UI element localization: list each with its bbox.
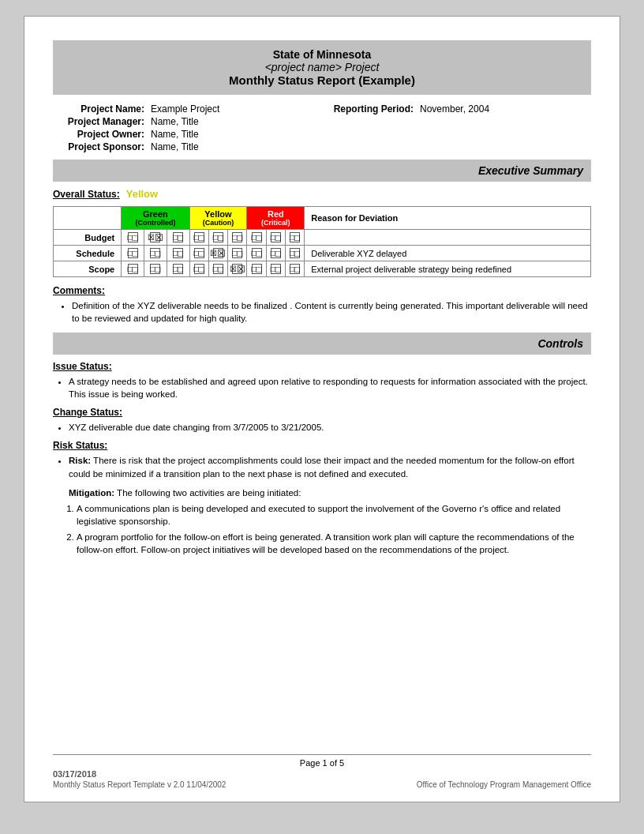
checkbox[interactable]: □ <box>194 248 204 258</box>
header-title1: State of Minnesota <box>59 48 585 61</box>
header-title3: Monthly Status Report (Example) <box>59 73 585 87</box>
overall-status: Overall Status: Yellow <box>53 188 591 200</box>
overall-status-label: Overall Status: <box>53 189 120 200</box>
reason-header: Reason for Deviation <box>305 207 591 230</box>
yellow-checkbox-cell: □ <box>228 230 247 246</box>
checkbox[interactable]: □ <box>213 232 223 242</box>
yellow-checkbox-cell: □ <box>189 261 208 277</box>
checkbox[interactable]: □ <box>173 264 183 274</box>
status-row-label: Scope <box>54 261 122 277</box>
red-checkbox-cell: □ <box>285 246 304 261</box>
checkbox[interactable]: □ <box>232 248 242 258</box>
project-name-label: Project Name: <box>53 103 148 115</box>
reporting-period-label: Reporting Period: <box>322 103 417 115</box>
checkbox[interactable]: □ <box>290 264 300 274</box>
checkbox[interactable]: ☒ <box>232 264 242 274</box>
overall-status-value: Yellow <box>126 188 158 200</box>
footer-date: 03/17/2018 <box>53 769 226 779</box>
checkbox[interactable]: □ <box>150 248 160 258</box>
change-item: XYZ deliverable due date changing from 3… <box>69 421 591 434</box>
green-checkbox-cell: □ <box>144 261 167 277</box>
checkbox[interactable]: □ <box>128 264 138 274</box>
yellow-checkbox-cell: □ <box>208 230 227 246</box>
yellow-checkbox-cell: □ <box>189 246 208 261</box>
red-checkbox-cell: □ <box>247 230 266 246</box>
red-checkbox-cell: □ <box>285 230 304 246</box>
issue-status-label: Issue Status: <box>53 361 591 372</box>
project-owner-label: Project Owner: <box>53 128 148 141</box>
yellow-checkbox-cell: ☒ <box>208 246 227 261</box>
issue-item: A strategy needs to be established and a… <box>69 375 591 400</box>
change-list: XYZ deliverable due date changing from 3… <box>53 421 591 434</box>
project-owner-value: Name, Title <box>148 128 322 141</box>
project-info: Project Name: Example Project Reporting … <box>53 103 591 153</box>
yellow-header: Yellow (Caution) <box>189 207 247 230</box>
red-checkbox-cell: □ <box>247 261 266 277</box>
green-checkbox-cell: □ <box>122 230 144 246</box>
checkbox[interactable]: □ <box>252 232 262 242</box>
mitigation-list: A communications plan is being developed… <box>53 502 591 556</box>
reason-cell: Deliverable XYZ delayed <box>305 246 591 261</box>
mitigation-description: The following two activities are being i… <box>114 488 301 498</box>
green-checkbox-cell: □ <box>122 246 144 261</box>
footer-left: 03/17/2018 Monthly Status Report Templat… <box>53 769 226 789</box>
risk-item: Risk: There is risk that the project acc… <box>69 454 591 479</box>
checkbox[interactable]: □ <box>128 232 138 242</box>
controls-header: Controls <box>53 332 591 355</box>
footer-template: Monthly Status Report Template v 2.0 11/… <box>53 780 226 789</box>
checkbox[interactable]: □ <box>194 232 204 242</box>
green-checkbox-cell: □ <box>167 261 189 277</box>
status-row-label: Schedule <box>54 246 122 261</box>
reason-cell: External project deliverable strategy be… <box>305 261 591 277</box>
checkbox[interactable]: □ <box>232 232 242 242</box>
footer-office: Office of Technology Program Management … <box>417 780 591 789</box>
red-checkbox-cell: □ <box>285 261 304 277</box>
comments-label: Comments: <box>53 285 591 296</box>
header-title2: <project name> Project <box>59 61 585 73</box>
yellow-checkbox-cell: □ <box>189 230 208 246</box>
red-checkbox-cell: □ <box>247 246 266 261</box>
page: State of Minnesota <project name> Projec… <box>24 16 620 802</box>
risk-status-label: Risk Status: <box>53 440 591 451</box>
mitigation-item: A program portfolio for the follow-on ef… <box>77 531 591 556</box>
checkbox[interactable]: □ <box>194 264 204 274</box>
header-section: State of Minnesota <project name> Projec… <box>53 40 591 95</box>
yellow-checkbox-cell: □ <box>228 246 247 261</box>
yellow-checkbox-cell: □ <box>208 261 227 277</box>
red-checkbox-cell: □ <box>266 261 285 277</box>
checkbox[interactable]: □ <box>252 264 262 274</box>
project-manager-label: Project Manager: <box>53 115 148 128</box>
comments-list: Definition of the XYZ deliverable needs … <box>53 299 591 325</box>
green-checkbox-cell: □ <box>167 246 189 261</box>
checkbox[interactable]: □ <box>290 248 300 258</box>
checkbox[interactable]: □ <box>271 232 281 242</box>
checkbox[interactable]: □ <box>213 264 223 274</box>
checkbox[interactable]: □ <box>252 248 262 258</box>
project-sponsor-label: Project Sponsor: <box>53 141 148 153</box>
issue-list: A strategy needs to be established and a… <box>53 375 591 400</box>
green-header: Green (Controlled) <box>122 207 189 230</box>
checkbox[interactable]: □ <box>290 232 300 242</box>
checkbox[interactable]: □ <box>271 264 281 274</box>
status-row-label: Budget <box>54 230 122 246</box>
green-checkbox-cell: □ <box>122 261 144 277</box>
comment-item: Definition of the XYZ deliverable needs … <box>72 299 591 325</box>
project-sponsor-value: Name, Title <box>148 141 322 153</box>
green-checkbox-cell: □ <box>144 246 167 261</box>
checkbox[interactable]: ☒ <box>213 248 223 258</box>
red-header: Red (Critical) <box>247 207 305 230</box>
executive-summary-header: Executive Summary <box>53 160 591 182</box>
risk-bold-prefix: Risk: <box>69 456 91 465</box>
checkbox[interactable]: □ <box>271 248 281 258</box>
mitigation-text: Mitigation: The following two activities… <box>53 486 591 499</box>
checkbox[interactable]: □ <box>173 248 183 258</box>
checkbox[interactable]: □ <box>150 264 160 274</box>
checkbox[interactable]: ☒ <box>150 232 160 242</box>
footer-page: Page 1 of 5 <box>300 758 344 768</box>
red-checkbox-cell: □ <box>266 230 285 246</box>
checkbox[interactable]: □ <box>128 248 138 258</box>
green-checkbox-cell: □ <box>167 230 189 246</box>
checkbox[interactable]: □ <box>173 232 183 242</box>
status-table-empty-header <box>54 207 122 230</box>
project-manager-value: Name, Title <box>148 115 322 128</box>
